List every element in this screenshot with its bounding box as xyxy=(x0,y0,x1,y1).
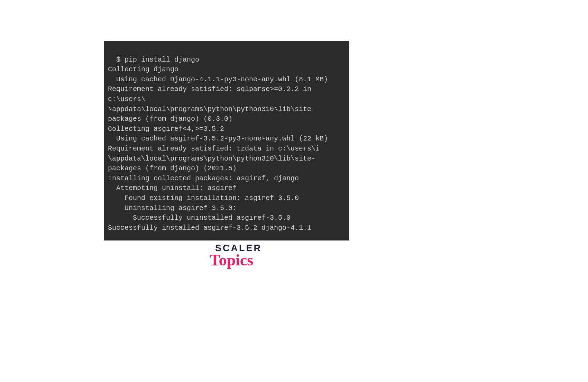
brand-logo: SCALER Topics xyxy=(215,244,262,268)
logo-text-topics: Topics xyxy=(210,252,262,268)
terminal-window: $ pip install django Collecting django U… xyxy=(104,41,349,240)
terminal-output: $ pip install django Collecting django U… xyxy=(108,56,336,232)
